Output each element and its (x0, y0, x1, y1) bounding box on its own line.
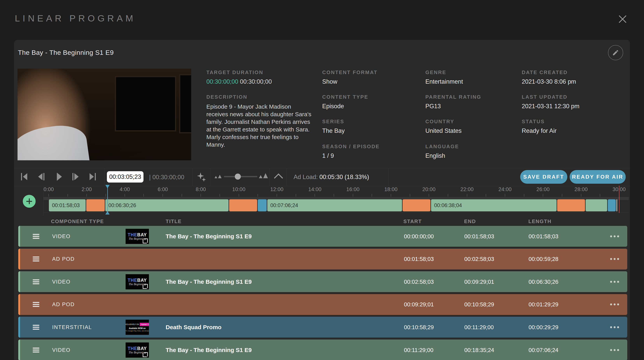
ruler-tick (505, 194, 505, 197)
ruler-tick (48, 194, 49, 197)
current-timecode-input[interactable]: 00:03:05;23 (107, 171, 144, 183)
ruler-tick (182, 194, 182, 197)
segment-duration-label: 00:01:58;03 (49, 203, 80, 209)
ruler-label: 8:00 (196, 187, 206, 193)
timeline-segment-video[interactable]: 00:01:58;03 (49, 199, 86, 211)
page-title: LINEAR PROGRAM (15, 13, 136, 24)
divider (104, 168, 104, 186)
meta-field-country: COUNTRYUnited States (425, 119, 462, 134)
divider (192, 168, 192, 186)
ruler-tick (200, 194, 201, 197)
ruler-label: 14:00 (308, 187, 322, 193)
component-type-label: VIDEO (52, 233, 70, 239)
meta-label: LAST UPDATED (522, 94, 579, 100)
table-row[interactable]: AD POD00:09:29;0100:10:58;2900:01:29;29 (18, 294, 627, 315)
timeline-segment-video[interactable]: 00:06:38;04 (431, 199, 556, 211)
meta-label: SERIES (322, 119, 344, 125)
component-title: The Bay - The Beginning S1 E9 (166, 278, 252, 285)
meta-field-date-created: DATE CREATED2021-03-30 8:06 pm (522, 69, 576, 85)
volume-high-icon[interactable] (259, 173, 268, 179)
divider (286, 168, 287, 186)
thumbnail: THEBAYThe Beginning (126, 274, 149, 289)
timeline-segment-video[interactable]: 00:06:30;26 (105, 199, 228, 211)
meta-field-language: LANGUAGEEnglish (425, 143, 459, 159)
ruler-label: 20:00 (422, 187, 436, 193)
step-forward-button[interactable] (72, 172, 79, 181)
table-row[interactable]: VIDEOTHEBAYThe BeginningThe Bay - The Be… (18, 339, 627, 360)
skip-to-end-button[interactable] (90, 172, 96, 181)
length-timecode: 00:00:59;28 (528, 256, 558, 262)
timeline-segment-ad[interactable] (229, 199, 257, 211)
component-title: The Bay - The Beginning S1 E9 (166, 347, 252, 353)
meta-field-content-format: CONTENT FORMATShow (322, 69, 378, 85)
drag-handle-icon[interactable] (33, 233, 39, 240)
row-accent-strip (18, 339, 20, 360)
meta-label: GENRE (425, 69, 463, 75)
meta-field-last-updated: LAST UPDATED2021-03-31 12:30 pm (522, 94, 579, 110)
ruler-tick (429, 194, 429, 197)
row-menu-icon[interactable] (610, 258, 619, 260)
table-row[interactable]: AD POD00:01:58;0300:02:58;0300:00:59;28 (18, 249, 627, 270)
drag-handle-icon[interactable] (33, 256, 39, 263)
description-label: DESCRIPTION (206, 94, 312, 100)
ready-for-air-button[interactable]: READY FOR AIR (570, 170, 626, 184)
play-button[interactable] (57, 172, 62, 181)
drag-handle-icon[interactable] (33, 324, 39, 330)
close-icon[interactable] (616, 13, 629, 26)
ruler-tick (581, 194, 581, 197)
magic-wand-icon[interactable] (196, 172, 206, 183)
ruler-label: 28:00 (574, 187, 588, 193)
table-row[interactable]: INTERSTITIALEXCLUSIVELY ONPopstar! TVAva… (18, 317, 627, 337)
playhead-bottom-handle[interactable] (105, 211, 110, 215)
skip-to-start-button[interactable] (21, 172, 27, 181)
preview-screen-shape (115, 76, 176, 132)
volume-low-icon[interactable] (214, 175, 222, 179)
ruler-tick (448, 194, 448, 197)
meta-field-genre: GENREEntertainment (425, 69, 463, 85)
divider (43, 213, 629, 213)
volume-slider-handle[interactable] (235, 173, 241, 179)
meta-value: United States (425, 127, 462, 134)
divider (14, 168, 630, 168)
component-type-label: VIDEO (52, 347, 70, 353)
start-timecode: 00:00:00;00 (404, 233, 434, 240)
timeline-segment-video[interactable] (586, 199, 607, 211)
target-duration-total: 00:30:00;00 (240, 78, 272, 85)
drag-handle-icon[interactable] (33, 278, 39, 285)
row-menu-icon[interactable] (610, 281, 619, 283)
crop-icon (143, 284, 148, 289)
timeline-segment-marker[interactable] (616, 199, 617, 211)
table-row[interactable]: VIDEOTHEBAYThe BeginningThe Bay - The Be… (18, 271, 627, 292)
meta-label: CONTENT TYPE (322, 94, 368, 100)
row-menu-icon[interactable] (610, 303, 619, 305)
ruler-label: 10:00 (232, 187, 246, 193)
step-back-button[interactable] (38, 172, 44, 181)
drag-handle-icon[interactable] (33, 346, 39, 353)
table-row[interactable]: VIDEOTHEBAYThe BeginningThe Bay - The Be… (18, 226, 627, 247)
ruler-label: 2:00 (82, 187, 92, 193)
add-component-button[interactable] (23, 195, 36, 208)
timeline-segment-ad[interactable] (557, 199, 585, 211)
ruler-tick (467, 194, 467, 197)
playhead[interactable] (107, 185, 108, 215)
timeline-segment-interstitial[interactable] (258, 199, 267, 211)
playhead-top-handle[interactable] (105, 185, 110, 188)
meta-field-season-episode: SEASON / EPISODE1 / 9 (322, 143, 380, 159)
timeline-segment-video[interactable]: 00:07:06;24 (267, 199, 402, 211)
timeline-segment-ad[interactable] (402, 199, 431, 211)
pencil-icon (612, 49, 619, 56)
ruler-label: 18:00 (384, 187, 398, 193)
timeline-segment-interstitial[interactable] (608, 199, 616, 211)
row-menu-icon[interactable] (610, 349, 619, 351)
row-menu-icon[interactable] (610, 235, 619, 237)
edit-button[interactable] (608, 45, 623, 60)
row-accent-strip (18, 226, 20, 247)
drag-handle-icon[interactable] (33, 301, 39, 308)
save-draft-button[interactable]: SAVE DRAFT (520, 170, 567, 184)
end-timecode: 00:01:58;03 (464, 233, 494, 240)
ad-load-label: Ad Load: (294, 173, 318, 181)
row-menu-icon[interactable] (610, 326, 619, 328)
timeline-segment-ad[interactable] (86, 199, 105, 211)
video-preview[interactable] (18, 69, 191, 160)
ruler-tick (486, 194, 486, 197)
